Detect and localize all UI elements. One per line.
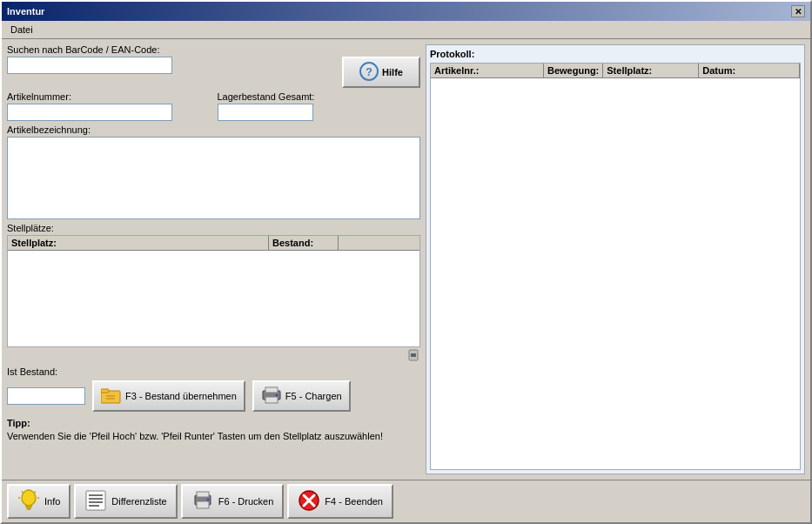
artikelbezeichnung-textarea[interactable] [7, 137, 420, 219]
svg-text:?: ? [366, 65, 372, 78]
hilfe-label: Hilfe [382, 67, 403, 77]
tipp-title: Tipp: [7, 418, 30, 428]
close-button[interactable]: ✕ [791, 5, 805, 17]
lagerbestand-label: Lagerbestand Gesamt: [218, 91, 421, 102]
lagerbestand-input[interactable] [218, 104, 313, 121]
col-bewegung-header: Bewegung: [544, 64, 603, 77]
stellplaetze-list [8, 251, 419, 346]
svg-rect-7 [106, 398, 115, 400]
content-area: Suchen nach BarCode / EAN-Code: ? Hilfe [2, 39, 810, 480]
artikelbezeichnung-group: Artikelbezeichnung: [7, 124, 420, 219]
f6-drucken-button[interactable]: F6 - Drucken [181, 484, 285, 519]
list-icon [84, 489, 107, 514]
differenzliste-button[interactable]: Differenzliste [74, 484, 177, 519]
svg-rect-15 [27, 509, 30, 511]
svg-rect-14 [26, 507, 31, 509]
artikelnummer-label: Artikelnummer: [7, 91, 211, 102]
svg-point-12 [22, 490, 36, 506]
barcode-input[interactable] [7, 57, 172, 74]
svg-point-11 [275, 394, 278, 397]
bulb-icon [17, 488, 40, 514]
question-icon: ? [359, 62, 379, 83]
f3-bestand-button[interactable]: F3 - Bestand übernehmen [92, 380, 245, 412]
svg-rect-10 [265, 397, 278, 403]
barcode-group: Suchen nach BarCode / EAN-Code: [7, 44, 172, 74]
col-stellplatz2-header: Stellplatz: [603, 64, 699, 77]
x-icon [298, 489, 320, 514]
artikelnummer-input[interactable] [7, 104, 172, 121]
artikelbezeichnung-label: Artikelbezeichnung: [7, 124, 420, 135]
title-bar: Inventur ✕ [2, 2, 810, 21]
hilfe-button[interactable]: ? Hilfe [342, 57, 420, 88]
tipp-section: Tipp: Verwenden Sie die 'Pfeil Hoch' bzw… [7, 417, 420, 444]
artikel-lager-row: Artikelnummer: Lagerbestand Gesamt: [7, 91, 420, 121]
tipp-text: Verwenden Sie die 'Pfeil Hoch' bzw. 'Pfe… [7, 431, 383, 441]
stellplaetze-table: Stellplatz: Bestand: [7, 235, 420, 347]
window-title: Inventur [7, 6, 44, 17]
printer-small-icon [261, 386, 282, 406]
svg-rect-21 [86, 491, 105, 510]
svg-rect-9 [265, 387, 278, 393]
f5-chargen-button[interactable]: F5 - Chargen [252, 380, 351, 412]
differenzliste-label: Differenzliste [111, 496, 166, 507]
col-bestand-header: Bestand: [269, 236, 339, 250]
bottom-buttons: Info Differenzliste [2, 480, 810, 522]
protokoll-header: Artikelnr.: Bewegung: Stellplatz: Datum: [431, 64, 800, 78]
stellplaetze-section: Stellplätze: Stellplatz: Bestand: [7, 223, 420, 363]
left-panel: Suchen nach BarCode / EAN-Code: ? Hilfe [7, 44, 420, 474]
main-window: Inventur ✕ Datei Suchen nach BarCode / E… [0, 0, 812, 524]
folder-icon [101, 386, 122, 406]
f4-label: F4 - Beenden [325, 496, 383, 507]
svg-rect-3 [411, 353, 416, 357]
right-panel: Protokoll: Artikelnr.: Bewegung: Stellpl… [426, 44, 805, 474]
protokoll-table: Artikelnr.: Bewegung: Stellplatz: Datum: [430, 63, 801, 470]
f6-label: F6 - Drucken [218, 496, 274, 507]
svg-rect-5 [101, 389, 109, 393]
ist-bestand-label: Ist Bestand: [7, 366, 420, 377]
col-artikelnr-header: Artikelnr.: [431, 64, 544, 77]
svg-line-18 [35, 492, 37, 494]
menu-bar: Datei [2, 21, 810, 39]
printer-icon [191, 489, 214, 514]
svg-rect-6 [106, 395, 115, 397]
ist-bestand-row: F3 - Bestand übernehmen F5 - Chargen [7, 380, 420, 412]
info-button[interactable]: Info [7, 484, 70, 519]
protokoll-label: Protokoll: [430, 49, 801, 59]
svg-line-17 [22, 492, 23, 494]
stellplaetze-label: Stellplätze: [7, 223, 420, 233]
top-row: Suchen nach BarCode / EAN-Code: ? Hilfe [7, 44, 420, 88]
protokoll-list [431, 78, 800, 463]
info-label: Info [44, 496, 60, 507]
col-datum-header: Datum: [699, 64, 800, 77]
menu-datei[interactable]: Datei [5, 23, 38, 37]
scroll-indicator [7, 347, 420, 363]
svg-rect-28 [197, 501, 209, 508]
svg-point-29 [206, 499, 209, 501]
barcode-label: Suchen nach BarCode / EAN-Code: [7, 44, 172, 55]
svg-rect-27 [197, 492, 209, 497]
f3-label: F3 - Bestand übernehmen [125, 391, 237, 401]
artikelnummer-group: Artikelnummer: [7, 91, 211, 121]
f4-beenden-button[interactable]: F4 - Beenden [287, 484, 393, 519]
col-stellplatz-header: Stellplatz: [8, 236, 269, 250]
stellplaetze-header: Stellplatz: Bestand: [8, 236, 419, 251]
f5-label: F5 - Chargen [285, 391, 342, 401]
ist-bestand-input[interactable] [7, 387, 85, 405]
svg-rect-13 [25, 505, 32, 507]
lagerbestand-group: Lagerbestand Gesamt: [218, 91, 421, 121]
ist-bestand-group: Ist Bestand: F3 - Bestand überneh [7, 366, 420, 412]
